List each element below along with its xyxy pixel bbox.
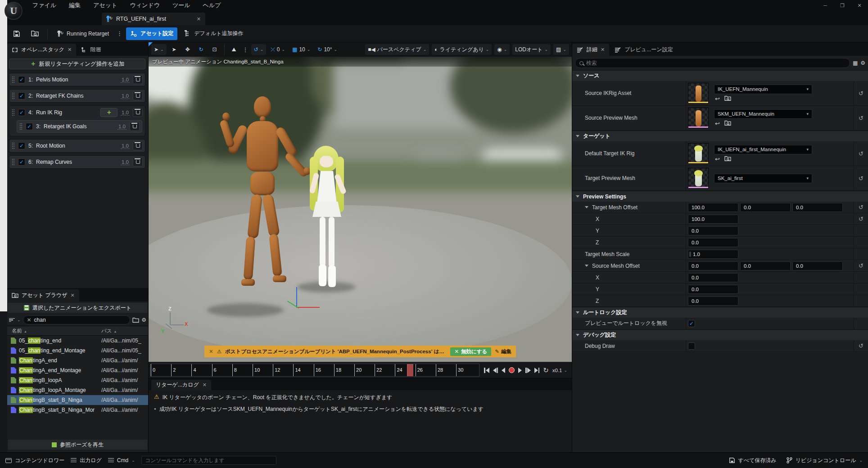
menu-tools[interactable]: ツール bbox=[167, 0, 196, 11]
play-button[interactable] bbox=[518, 368, 522, 373]
filter-chevron-icon[interactable]: ⌄ bbox=[17, 318, 21, 322]
offset-z-field[interactable]: 0.0 bbox=[792, 203, 843, 212]
op-checkbox[interactable]: ✓ bbox=[26, 123, 33, 130]
asset-row[interactable]: ChantingA_end /All/Ga...i/anim/ bbox=[7, 356, 148, 365]
details-settings-gear-icon[interactable]: ⚙ bbox=[860, 60, 865, 66]
display-filter-icon[interactable]: ▦ bbox=[853, 60, 858, 66]
ignore-root-lock-checkbox[interactable]: ✓ bbox=[688, 320, 695, 327]
target-mesh-thumbnail[interactable] bbox=[688, 168, 709, 189]
timeline-ruler[interactable]: 0 2 4 6 8 10 12 14 16 18 20 22 24 26 28 … bbox=[150, 364, 479, 377]
browse-to-asset-button[interactable] bbox=[27, 27, 43, 40]
lod-dropdown[interactable]: LODオート⌄ bbox=[512, 44, 551, 55]
world-local-toggle[interactable]: ↺⌄ bbox=[251, 44, 267, 55]
source-ikrig-dropdown[interactable]: IK_UEFN_Mannequin▾ bbox=[714, 85, 812, 94]
scale-field[interactable]: 1.0 bbox=[688, 250, 738, 259]
save-button[interactable] bbox=[9, 27, 24, 40]
menu-help[interactable]: ヘルプ bbox=[198, 0, 226, 11]
asset-row[interactable]: ChantingB_loopA_Montage /All/Ga...i/anim… bbox=[7, 385, 148, 395]
op-checkbox[interactable]: ✓ bbox=[18, 92, 25, 99]
section-preview-settings[interactable]: Preview Settings bbox=[572, 191, 868, 202]
section-target[interactable]: ターゲット bbox=[572, 130, 868, 141]
reset-to-default-icon[interactable]: ↺ bbox=[854, 340, 868, 351]
output-log-button[interactable]: 出力ログ bbox=[71, 457, 102, 464]
x-field[interactable]: 0.0 bbox=[688, 273, 738, 282]
reset-to-default-icon[interactable]: ↺ bbox=[854, 202, 868, 213]
play-reference-pose-button[interactable]: 参照ポーズを再生 bbox=[8, 440, 147, 450]
perspective-dropdown[interactable]: ■◀パースペクティブ⌄ bbox=[365, 44, 429, 55]
asset-row[interactable]: 05_chanting_end_Montage /All/Ga...nim/05… bbox=[7, 346, 148, 356]
select-tool-button[interactable]: ➤ bbox=[168, 44, 180, 55]
viewport-3d-scene[interactable]: プレビュー中 アニメーション ChantingB_start_B_Ninga bbox=[149, 57, 572, 362]
reset-to-default-icon[interactable]: ↺ bbox=[854, 166, 868, 190]
clear-search-icon[interactable]: ✕ bbox=[27, 317, 32, 323]
drag-grip-icon[interactable] bbox=[12, 142, 15, 149]
lighting-mode-dropdown[interactable]: ◐ライティングあり⌄ bbox=[432, 44, 492, 55]
cmd-dropdown[interactable]: Cmd ⌄ bbox=[108, 457, 135, 464]
transform-tool-dropdown[interactable]: ➤⌄ bbox=[151, 44, 167, 55]
loop-icon[interactable]: ↻ bbox=[543, 366, 549, 374]
drag-grip-icon[interactable] bbox=[12, 109, 15, 116]
expand-icon[interactable] bbox=[585, 265, 588, 267]
op-weight[interactable]: 1.0 bbox=[121, 143, 130, 149]
save-status-button[interactable]: すべて保存済み bbox=[729, 457, 777, 464]
location-snap-button[interactable]: ⤫0⌄ bbox=[268, 44, 288, 55]
go-to-start-button[interactable] bbox=[484, 368, 489, 373]
reset-to-default-icon[interactable]: ↺ bbox=[854, 106, 868, 130]
op-row-pelvis-motion[interactable]: ✓ 1: Pelvis Motion 1.0 bbox=[9, 73, 145, 86]
go-to-end-button[interactable] bbox=[534, 368, 540, 373]
minimize-button[interactable]: ─ bbox=[817, 0, 834, 11]
tab-op-stack[interactable]: オペレ...スタック ✕ bbox=[7, 44, 76, 56]
show-flags-dropdown[interactable]: ◉⌄ bbox=[494, 44, 510, 55]
source-mannequin-figure[interactable] bbox=[215, 96, 314, 317]
op-weight[interactable]: 1.0 bbox=[121, 77, 130, 83]
reset-to-default-icon[interactable]: ↺ bbox=[854, 260, 868, 271]
target-mesh-dropdown[interactable]: SK_ai_first▾ bbox=[714, 174, 812, 183]
reset-to-default-icon[interactable]: ↺ bbox=[854, 81, 868, 105]
menu-edit[interactable]: 編集 bbox=[63, 0, 86, 11]
menu-file[interactable]: ファイル bbox=[27, 0, 62, 11]
offset-z-field[interactable]: 0.0 bbox=[792, 261, 843, 270]
asset-settings-button[interactable]: アセット設定 bbox=[126, 27, 177, 40]
retarget-options-kebab-icon[interactable]: ⋮ bbox=[116, 30, 123, 37]
step-back-button[interactable] bbox=[493, 368, 498, 373]
reset-to-default-icon[interactable]: ↺ bbox=[854, 141, 868, 166]
offset-y-field[interactable]: 0.0 bbox=[740, 261, 791, 270]
op-weight[interactable]: 1.0 bbox=[121, 93, 130, 99]
asset-search-input[interactable]: ✕ chan bbox=[23, 315, 131, 324]
asset-row-selected[interactable]: ChantingB_start_B_Ninga /All/Ga...i/anim… bbox=[7, 395, 148, 405]
rotation-snap-button[interactable]: ↻10°⌄ bbox=[315, 44, 340, 55]
revision-control-button[interactable]: リビジョンコントロール ⌄ bbox=[787, 457, 863, 464]
op-checkbox[interactable]: ✓ bbox=[18, 109, 25, 116]
delete-op-button[interactable] bbox=[130, 122, 140, 131]
playback-speed-dropdown[interactable]: x0.1⌄ bbox=[552, 368, 567, 373]
op-checkbox[interactable]: ✓ bbox=[18, 76, 25, 83]
open-folder-icon[interactable] bbox=[132, 317, 139, 323]
drag-grip-icon[interactable] bbox=[19, 123, 23, 130]
move-tool-button[interactable]: ✥ bbox=[182, 44, 194, 55]
unreal-logo-icon[interactable]: U bbox=[5, 2, 23, 20]
target-character-figure[interactable] bbox=[301, 146, 355, 294]
section-source[interactable]: ソース bbox=[572, 70, 868, 81]
play-reverse-button[interactable] bbox=[502, 368, 505, 373]
step-forward-button[interactable] bbox=[525, 368, 531, 373]
snap-options-kebab-icon[interactable]: ⋮ bbox=[242, 46, 249, 53]
console-command-input[interactable] bbox=[141, 456, 276, 465]
target-ikrig-dropdown[interactable]: IK_UEFN_ai_first_Mannequin▾ bbox=[714, 145, 812, 154]
close-button[interactable]: ✕ bbox=[851, 0, 868, 11]
delete-op-button[interactable] bbox=[133, 75, 143, 84]
op-weight[interactable]: 1.0 bbox=[118, 124, 127, 130]
delete-op-button[interactable] bbox=[133, 141, 143, 150]
export-animations-button[interactable]: 選択したアニメーションをエクスポート bbox=[8, 303, 147, 313]
target-ikrig-thumbnail[interactable] bbox=[688, 143, 709, 164]
asset-row[interactable]: 05_chanting_end /All/Ga...nim/05_ bbox=[7, 336, 148, 346]
y-field[interactable]: 0.0 bbox=[688, 285, 738, 294]
op-checkbox[interactable]: ✓ bbox=[18, 158, 25, 166]
use-selected-icon[interactable]: ↩ bbox=[715, 156, 720, 162]
settings-gear-icon[interactable]: ⚙ bbox=[141, 317, 146, 323]
source-mesh-thumbnail[interactable] bbox=[688, 108, 709, 128]
column-path[interactable]: パス▲ bbox=[101, 328, 148, 334]
grid-snap-button[interactable]: ▦10⌄ bbox=[289, 44, 313, 55]
details-tab-close-icon[interactable]: ✕ bbox=[601, 47, 605, 53]
scale-tool-button[interactable]: ⊡ bbox=[209, 44, 221, 55]
column-name[interactable]: 名前▲ bbox=[7, 328, 101, 334]
